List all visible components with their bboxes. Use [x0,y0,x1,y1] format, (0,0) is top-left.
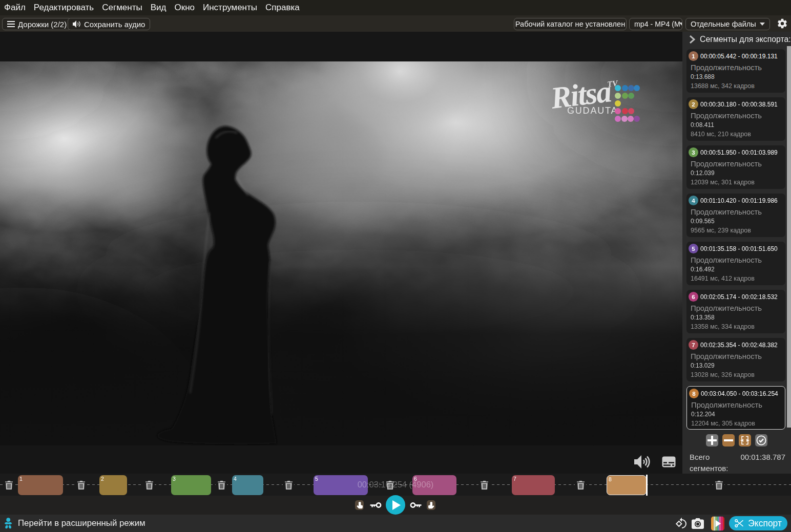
svg-text:GUDAUTA: GUDAUTA [567,105,618,116]
